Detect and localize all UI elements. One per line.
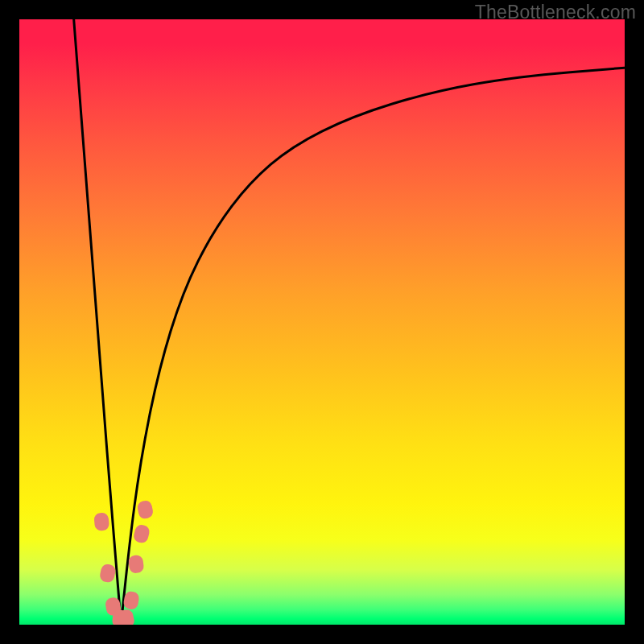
curve-right-branch (121, 68, 625, 625)
chart-frame: TheBottleneck.com (0, 0, 644, 644)
plot-area (19, 19, 625, 625)
data-marker (93, 512, 109, 530)
data-marker (133, 523, 151, 544)
curve-left-branch (74, 19, 122, 625)
watermark-text: TheBottleneck.com (475, 2, 636, 23)
curve-layer (19, 19, 625, 625)
data-marker (99, 563, 117, 583)
data-marker (128, 555, 145, 574)
data-marker (136, 500, 154, 520)
